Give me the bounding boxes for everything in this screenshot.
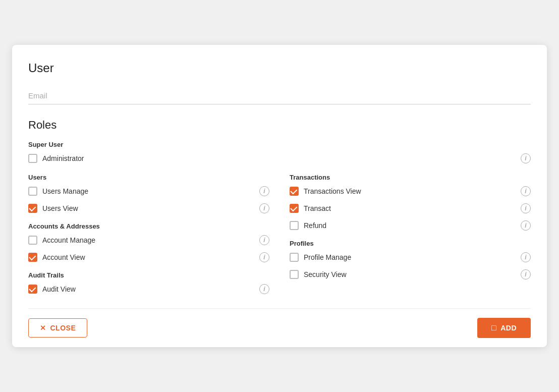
users-view-checkbox[interactable] xyxy=(28,204,37,213)
audit-view-info-icon[interactable]: i xyxy=(259,284,269,294)
list-item: Security View i xyxy=(290,269,531,279)
list-item: Profile Manage i xyxy=(290,252,531,262)
refund-checkbox[interactable] xyxy=(290,221,299,230)
audit-view-checkbox[interactable] xyxy=(28,285,37,294)
list-item: Account Manage i xyxy=(28,235,269,245)
add-label: ADD xyxy=(500,324,517,332)
administrator-info-icon[interactable]: i xyxy=(521,153,531,163)
transactions-view-checkbox[interactable] xyxy=(290,187,299,196)
roles-title: Roles xyxy=(28,119,531,132)
list-item: Transactions View i xyxy=(290,186,531,196)
list-item: Users Manage i xyxy=(28,186,269,196)
profile-manage-info-icon[interactable]: i xyxy=(521,252,531,262)
transactions-view-label: Transactions View xyxy=(304,187,361,195)
users-section: Users Users Manage i Users View i xyxy=(28,174,269,213)
accounts-section: Accounts & Addresses Account Manage i Ac… xyxy=(28,222,269,262)
transact-info-icon[interactable]: i xyxy=(521,203,531,213)
account-manage-label: Account Manage xyxy=(42,236,95,244)
list-item: Account View i xyxy=(28,252,269,262)
modal-title: User xyxy=(28,61,531,75)
list-item: Transact i xyxy=(290,203,531,213)
security-view-info-icon[interactable]: i xyxy=(521,269,531,279)
users-view-info-icon[interactable]: i xyxy=(259,203,269,213)
administrator-label: Administrator xyxy=(42,154,84,162)
refund-info-icon[interactable]: i xyxy=(521,220,531,231)
user-modal: User Roles Super User Administrator i Us… xyxy=(12,45,547,347)
close-label: CLOSE xyxy=(50,324,76,332)
checkbox-wrap-administrator: Administrator xyxy=(28,154,517,163)
users-view-label: Users View xyxy=(42,204,78,212)
add-icon: □ xyxy=(491,323,496,332)
account-manage-checkbox[interactable] xyxy=(28,236,37,245)
users-manage-label: Users Manage xyxy=(42,187,88,195)
account-view-label: Account View xyxy=(42,253,85,261)
transactions-section: Transactions Transactions View i Transac… xyxy=(290,174,531,231)
list-item: Audit View i xyxy=(28,284,269,294)
left-column: Users Users Manage i Users View i xyxy=(28,174,269,303)
transactions-view-info-icon[interactable]: i xyxy=(521,186,531,196)
list-item: Administrator i xyxy=(28,153,531,163)
users-manage-checkbox[interactable] xyxy=(28,187,37,196)
close-button[interactable]: ✕ CLOSE xyxy=(28,318,87,338)
list-item: Refund i xyxy=(290,220,531,231)
modal-footer: ✕ CLOSE □ ADD xyxy=(28,308,531,347)
list-item: Users View i xyxy=(28,203,269,213)
transactions-section-label: Transactions xyxy=(290,174,531,181)
super-user-label: Super User xyxy=(28,141,531,148)
audit-trails-section: Audit Trails Audit View i xyxy=(28,271,269,294)
account-view-info-icon[interactable]: i xyxy=(259,252,269,262)
account-view-checkbox[interactable] xyxy=(28,253,37,262)
account-manage-info-icon[interactable]: i xyxy=(259,235,269,245)
add-button[interactable]: □ ADD xyxy=(477,318,531,338)
audit-trails-label: Audit Trails xyxy=(28,271,269,279)
users-section-label: Users xyxy=(28,174,269,181)
profiles-section: Profiles Profile Manage i Security View … xyxy=(290,240,531,279)
super-user-section: Super User Administrator i xyxy=(28,141,531,163)
transact-label: Transact xyxy=(304,204,331,212)
roles-grid: Users Users Manage i Users View i xyxy=(28,174,531,303)
email-field[interactable] xyxy=(28,89,531,104)
refund-label: Refund xyxy=(304,221,326,230)
right-column: Transactions Transactions View i Transac… xyxy=(290,174,531,303)
users-manage-info-icon[interactable]: i xyxy=(259,186,269,196)
profile-manage-checkbox[interactable] xyxy=(290,253,299,262)
profiles-section-label: Profiles xyxy=(290,240,531,247)
administrator-checkbox[interactable] xyxy=(28,154,37,163)
close-icon: ✕ xyxy=(40,324,46,332)
audit-view-label: Audit View xyxy=(42,285,76,293)
profile-manage-label: Profile Manage xyxy=(304,253,351,261)
security-view-checkbox[interactable] xyxy=(290,270,299,279)
accounts-section-label: Accounts & Addresses xyxy=(28,222,269,230)
transact-checkbox[interactable] xyxy=(290,204,299,213)
security-view-label: Security View xyxy=(304,270,347,278)
